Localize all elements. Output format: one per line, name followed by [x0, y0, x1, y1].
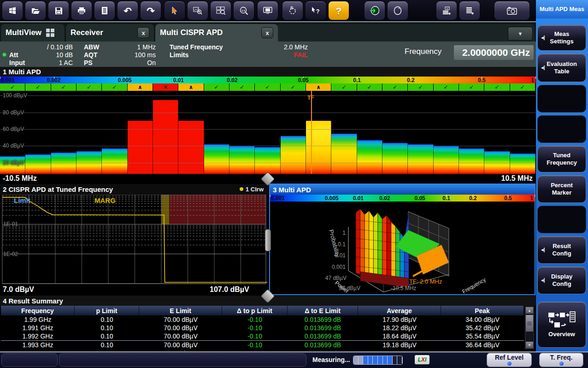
window4-title: 4 Result Summary — [3, 297, 63, 305]
scroll-up-icon[interactable]: ▲ — [526, 307, 533, 314]
tab-close-icon[interactable]: x — [137, 27, 149, 38]
column-header[interactable]: Δ to E Limit — [288, 306, 358, 315]
overview-softkey[interactable]: Overview — [537, 302, 586, 348]
tab-multi-cispr-apd[interactable]: Multi CISPR APDx — [155, 24, 278, 42]
zoom-reset-glyph: 1:1 — [241, 9, 246, 12]
setting-label: Att — [9, 51, 18, 59]
column-header[interactable]: Frequency — [1, 306, 75, 315]
table-row[interactable]: 1.992 GHz0.1070.00 dBµV-0.100.013699 dB1… — [1, 332, 524, 340]
window1-y-label: 60 dBµV — [3, 126, 24, 132]
window2-title-bar[interactable]: 2 CISPR APD at Tuned Frequency 1 Clrw — [0, 184, 268, 195]
column-header[interactable]: p Limit — [75, 306, 139, 315]
zoom-overview-icon[interactable] — [210, 1, 231, 20]
tab-close-icon[interactable]: x — [261, 27, 273, 38]
table-scrollbar[interactable]: ▲ ▼ — [525, 306, 534, 349]
softkey-tuned-frequency[interactable]: Tuned Frequency — [537, 146, 586, 172]
apd-bar — [459, 148, 484, 174]
column-header[interactable]: Peak — [441, 306, 524, 315]
report-icon[interactable] — [94, 1, 115, 20]
help-glyph: ? — [336, 6, 342, 16]
table-row[interactable]: 1.993 GHz0.1070.00 dBµV-0.100.013699 dB1… — [1, 340, 524, 349]
add-report-item-icon[interactable] — [459, 1, 480, 20]
tab-multiview[interactable]: MultiView — [1, 24, 65, 42]
open-file-icon[interactable] — [25, 1, 46, 20]
scroll-down-icon[interactable]: ▼ — [526, 342, 533, 348]
softkey-meas-settings[interactable]: Meas Settings◂| — [537, 25, 586, 51]
colorbar-label: 0.01 — [173, 77, 184, 83]
mesh-strip — [356, 209, 360, 274]
splitter-handle-vertical[interactable] — [265, 229, 271, 251]
table-cell: 0.10 — [75, 349, 139, 351]
window2-y-label: 1E-02 — [3, 251, 18, 257]
verdict-pass-icon: ✓ — [434, 83, 459, 91]
window2-x-max: 107.0 dBµV — [210, 285, 249, 294]
apd-bar — [331, 134, 357, 174]
window1-gridline — [0, 129, 535, 130]
print-icon[interactable] — [71, 1, 92, 20]
setting-label: Input — [9, 59, 25, 66]
display-update-icon[interactable] — [257, 1, 278, 20]
save-icon[interactable] — [48, 1, 69, 20]
softkey-result-config[interactable]: Result Config◂| — [537, 236, 586, 264]
ref-level-softkey[interactable]: Ref Level — [487, 353, 532, 367]
scroll-thumb[interactable] — [526, 315, 533, 332]
t-freq-label: T. Freq. — [550, 354, 572, 361]
softkey-sidebar: Multi APD Meas Meas Settings◂|Evaluation… — [536, 0, 588, 351]
frequency-input[interactable]: 2.0000000 GHz — [454, 45, 534, 60]
table-cell: 19.18 dBµV — [358, 341, 441, 349]
window1-y-label: 80 dBµV — [3, 109, 24, 116]
prob-tick-label: 0.001 — [332, 264, 346, 270]
column-header[interactable]: E Limit — [139, 306, 222, 315]
tab-dropdown-button[interactable]: ▼ — [508, 27, 533, 41]
verdict-pass-icon: ✓ — [408, 83, 433, 91]
windows-logo-icon[interactable] — [2, 1, 23, 20]
status-led — [3, 53, 6, 56]
verdict-pass-icon: ✓ — [510, 83, 535, 91]
select-mode-icon[interactable] — [164, 1, 185, 20]
table-row[interactable]: 1.994 GHz0.1070.00 dBµV-0.100.013699 dB — [1, 349, 524, 351]
colorbar-label: 0.5 — [478, 77, 486, 83]
softkey-display-config[interactable]: Display Config◂| — [537, 267, 586, 294]
window2-chart: LimitMARG1E-011E-02 — [0, 195, 268, 285]
softkey-evaluation-table[interactable]: Evaluation Table◂| — [537, 53, 586, 82]
mesh-strip — [395, 226, 400, 285]
redo-icon[interactable]: ↷ — [140, 1, 161, 20]
help-icon[interactable]: ? — [328, 1, 349, 20]
mesh-strip — [373, 213, 378, 279]
context-help-icon[interactable]: ? — [305, 1, 326, 20]
window1-title-bar[interactable]: 1 Multi APD — [0, 67, 535, 77]
tab-receiver[interactable]: Receiverx — [66, 24, 154, 42]
apd-bar — [51, 153, 76, 174]
zoom-reset-1-1-icon[interactable]: 1:1 — [233, 1, 254, 20]
table-cell: 0.10 — [75, 332, 139, 340]
window3-title-bar[interactable]: 3 Multi APD — [270, 184, 535, 195]
column-header[interactable]: Average — [358, 306, 441, 315]
apd-bar — [102, 148, 127, 174]
window1-x-max: 10.5 MHz — [501, 174, 533, 183]
verdict-warn-icon: ∧ — [178, 83, 204, 91]
t-freq-softkey[interactable]: T. Freq. — [539, 353, 583, 367]
frequency-value: 2.0000000 GHz — [462, 47, 530, 58]
undo-icon[interactable]: ↶ — [117, 1, 138, 20]
trace1-color-dot — [240, 187, 243, 191]
table-cell: 0.013699 dB — [288, 324, 358, 332]
signal-input-icon[interactable] — [364, 1, 385, 20]
verdict-pass-icon: ✓ — [25, 83, 51, 91]
verdict-pass-icon: ✓ — [102, 83, 127, 91]
table-row[interactable]: 1.991 GHz0.1070.00 dBµV-0.100.013699 dB1… — [1, 324, 524, 332]
zoom-in-display-icon[interactable] — [187, 1, 208, 20]
add-limit-table-icon[interactable]: x — [436, 1, 457, 20]
sequencer-icon[interactable]: S — [282, 1, 303, 20]
blank-screen-icon[interactable] — [387, 1, 408, 20]
table-row[interactable]: 1.99 GHz0.1070.00 dBµV-0.100.013699 dB17… — [1, 315, 524, 324]
tf-3d-label: TF: 2.0 MHz — [409, 278, 442, 285]
table-cell: 70.00 dBµV — [139, 324, 222, 332]
table-cell: 0.10 — [75, 315, 139, 324]
window1-y-label: 20 dBµV — [3, 160, 24, 166]
verdict-pass-icon: ✓ — [281, 83, 306, 91]
tf-marker-line[interactable] — [311, 91, 312, 174]
softkey-percent-marker[interactable]: Percent Marker — [537, 175, 586, 203]
setting-value: 2.0 MHz — [258, 43, 308, 51]
column-header[interactable]: Δ to p Limit — [222, 306, 288, 315]
screenshot-icon[interactable] — [494, 1, 530, 20]
